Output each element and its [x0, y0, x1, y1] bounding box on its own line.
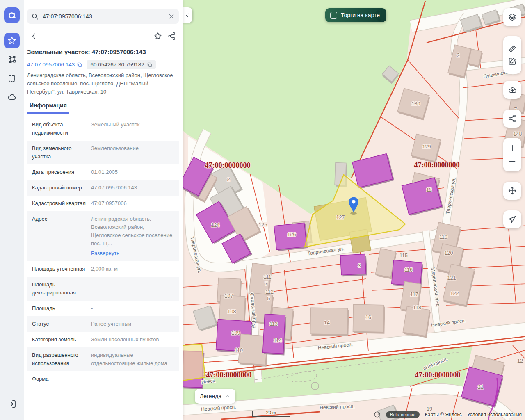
- chevron-up-icon: [225, 393, 231, 399]
- collapse-panel-button[interactable]: [183, 7, 192, 23]
- row-label: Статус: [32, 320, 86, 328]
- parcel-number-label: 14: [324, 320, 330, 326]
- layers-button[interactable]: [503, 8, 521, 26]
- parcel-number-label: 148: [514, 131, 522, 137]
- tabs: Информация: [27, 100, 179, 114]
- row-value: 01.01.2005: [91, 168, 174, 176]
- expand-address-link[interactable]: Развернуть: [91, 249, 174, 258]
- object-address: Ленинградская область, Всеволожский райо…: [27, 71, 176, 96]
- copy-icon[interactable]: [77, 62, 82, 68]
- nspd-logo[interactable]: [4, 7, 20, 23]
- row-value: -: [91, 304, 174, 313]
- polygon-icon: [7, 55, 17, 64]
- coordinates-text: 60.054267 30.759182: [90, 62, 144, 68]
- logo-a-icon: [7, 10, 17, 20]
- table-row: Вид разрешенного использованияиндивидуал…: [27, 347, 179, 371]
- cadastral-number-link[interactable]: 47:07:0957006:143: [27, 62, 82, 68]
- share-button[interactable]: [165, 29, 179, 43]
- left-toolbar: [0, 0, 24, 420]
- navigation-arrow-icon: [508, 215, 517, 224]
- search-input[interactable]: [42, 13, 168, 20]
- trades-on-map-button[interactable]: Торги на карте: [325, 8, 386, 22]
- share-icon: [508, 114, 517, 123]
- favorite-button[interactable]: [151, 29, 165, 43]
- dashed-selection-icon: [7, 73, 17, 83]
- table-row: Площадь уточненная2,000 кв. м: [27, 261, 179, 277]
- row-value: -: [91, 281, 174, 297]
- select-area-tool-button[interactable]: [4, 71, 20, 86]
- clear-search-icon[interactable]: [168, 13, 175, 20]
- measure-draw-group: [503, 36, 521, 74]
- row-label: Вид разрешенного использования: [32, 351, 86, 368]
- parcel-number-label: 3: [358, 263, 361, 269]
- parcel-number-label: 120: [445, 250, 453, 256]
- row-label: Вид земельного участка: [32, 144, 86, 161]
- parcel-number-label: 117: [410, 292, 418, 297]
- parcel-number-label: 111: [263, 274, 271, 280]
- login-button[interactable]: [4, 396, 20, 412]
- terms-of-use-link[interactable]: Условия использования: [467, 412, 522, 418]
- info-icon[interactable]: [374, 411, 381, 418]
- trades-checkbox[interactable]: [330, 12, 337, 19]
- parcel-number-label: 125: [259, 222, 267, 228]
- zoom-controls: [503, 138, 521, 171]
- row-value: [91, 375, 174, 383]
- table-row: Форма: [27, 371, 179, 387]
- parcel-number-label: 107: [225, 293, 233, 299]
- parcel-number-label: 130: [412, 101, 420, 107]
- tab-information[interactable]: Информация: [27, 100, 69, 114]
- parcel-number-label: 21: [478, 384, 484, 390]
- table-row: Площадь-: [27, 301, 179, 316]
- building: [219, 295, 245, 322]
- parcel-number-label: 119: [439, 234, 447, 240]
- row-label: Дата присвоения: [32, 168, 86, 176]
- table-row: Кадастровый квартал47:07:0957006: [27, 196, 179, 211]
- row-value: 2,000 кв. м: [91, 265, 174, 273]
- parcel-number-label: 121: [447, 275, 456, 281]
- cloud-tool-button[interactable]: [4, 89, 20, 105]
- parcel-number-label: 126: [288, 232, 296, 237]
- parcel-number-label: 113: [269, 321, 278, 327]
- map-canvas[interactable]: 47:00:000000047:00:000000047:00:00000004…: [183, 0, 525, 420]
- upload-button[interactable]: [503, 81, 521, 99]
- gavel-icon: [368, 9, 385, 22]
- building: [403, 306, 429, 336]
- table-row: Дата присвоения01.01.2005: [27, 164, 179, 180]
- legend-button[interactable]: Легенда: [195, 389, 235, 404]
- back-button[interactable]: [27, 29, 41, 43]
- parcel-number-label: 114: [274, 338, 282, 343]
- row-value: Земли населенных пунктов: [91, 336, 174, 344]
- yandex-copyright[interactable]: Карты © Яндекс: [425, 412, 462, 418]
- street-name-label: Невский просп.: [320, 404, 355, 411]
- zoom-in-button[interactable]: [508, 144, 517, 153]
- parcel-number-label: 129: [422, 144, 431, 150]
- parcel-number-label: 12: [517, 358, 523, 364]
- locate-me-button[interactable]: [503, 210, 521, 228]
- parcel-number-label: 109: [232, 330, 240, 336]
- row-label: Площадь уточненная: [32, 265, 86, 273]
- polygon-tool-button[interactable]: [4, 52, 20, 67]
- quarter-number-label: 47:00:0000000: [414, 161, 460, 169]
- share-map-button[interactable]: [503, 110, 521, 128]
- table-row: СтатусРанее учтенный: [27, 316, 179, 332]
- favorites-tool-button[interactable]: [4, 33, 20, 48]
- parcel-number-label: 124: [211, 222, 220, 228]
- highlighted-parcel-secondary[interactable]: [183, 344, 205, 381]
- quarter-number-label: 47:00:0000000: [415, 371, 461, 379]
- attributes-table: Вид объекта недвижимостиЗемельный участо…: [27, 117, 179, 387]
- row-value: индивидуальные отдельностоящие жилые дом…: [91, 351, 174, 368]
- star-icon: [7, 36, 17, 46]
- coordinates-chip[interactable]: 60.054267 30.759182: [87, 60, 156, 69]
- copy-icon[interactable]: [147, 62, 153, 68]
- row-label: Категория земель: [32, 336, 86, 344]
- parcel-number-label: 12: [426, 187, 432, 193]
- map-attribution: Beta-версия Карты © Яндекс Условия испол…: [374, 411, 522, 418]
- layers-icon: [508, 13, 517, 22]
- parcel-number-label: 127: [336, 215, 345, 220]
- row-label: Кадастровый квартал: [32, 199, 86, 208]
- panel-header: [27, 29, 179, 43]
- pan-mode-button[interactable]: [503, 182, 521, 200]
- ruler-icon[interactable]: [508, 44, 517, 53]
- edit-icon[interactable]: [508, 57, 517, 66]
- zoom-out-button[interactable]: [508, 157, 517, 166]
